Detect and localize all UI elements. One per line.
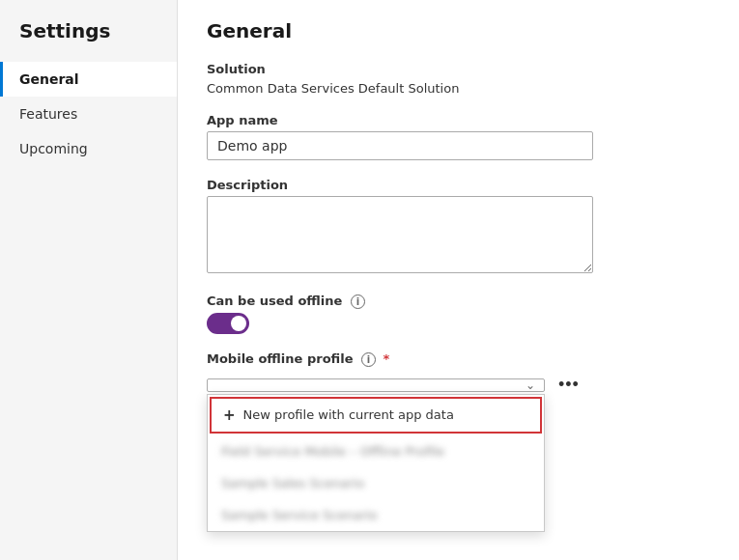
mobile-profile-info-icon: i [361,352,376,367]
plus-icon: + [223,406,236,424]
solution-value: Common Data Services Default Solution [207,81,459,96]
solution-field: Solution Common Data Services Default So… [207,62,710,96]
offline-label: Can be used offline i [207,294,710,309]
description-input[interactable] [207,196,593,273]
profile-dropdown[interactable] [207,378,545,392]
profile-dropdown-wrapper: ⌄ + New profile with current app data Fi… [207,378,545,392]
sidebar-item-upcoming[interactable]: Upcoming [0,131,177,166]
more-options-button[interactable]: ••• [553,371,585,399]
blurred-option-3[interactable]: Sample Service Scenario [208,499,544,531]
description-label: Description [207,178,710,192]
blurred-option-2[interactable]: Sample Sales Scenario [208,467,544,499]
new-profile-label: New profile with current app data [243,407,454,422]
offline-field: Can be used offline i [207,294,710,334]
sidebar-item-general[interactable]: General [0,62,177,97]
offline-info-icon: i [351,294,365,309]
page-title: General [207,19,710,42]
blurred-option-1[interactable]: Field Service Mobile – Offline Profile [208,435,544,467]
sidebar-item-features[interactable]: Features [0,97,177,131]
offline-toggle[interactable] [207,313,249,334]
new-profile-option[interactable]: + New profile with current app data [210,397,542,434]
profile-row: ⌄ + New profile with current app data Fi… [207,371,710,399]
dropdown-menu: + New profile with current app data Fiel… [207,394,545,532]
settings-title: Settings [0,19,177,62]
offline-toggle-container [207,313,710,334]
main-content: General Solution Common Data Services De… [178,0,739,560]
app-name-input[interactable] [207,131,593,160]
solution-label: Solution [207,62,710,76]
sidebar: Settings General Features Upcoming [0,0,178,560]
required-indicator: * [384,351,390,366]
mobile-profile-field: Mobile offline profile i * ⌄ + New profi… [207,351,710,399]
description-field: Description [207,178,710,276]
app-name-field: App name [207,113,710,160]
app-name-label: App name [207,113,710,127]
mobile-profile-label: Mobile offline profile i * [207,351,710,367]
